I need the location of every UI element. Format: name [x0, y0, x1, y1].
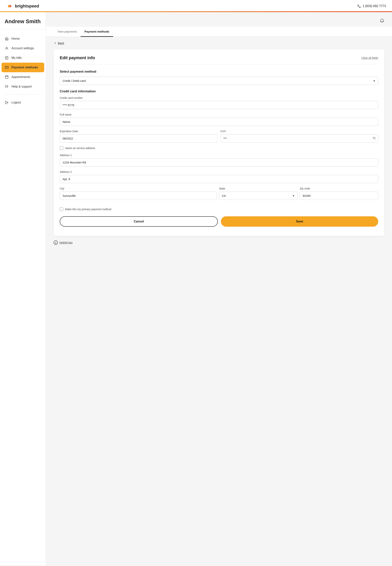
- svg-rect-6: [5, 66, 8, 69]
- sidebar-support-label: Help & support: [12, 85, 32, 88]
- user-name: Andrew Smith: [0, 18, 46, 29]
- full-name-label: Full name: [60, 113, 378, 116]
- svg-rect-12: [5, 86, 8, 87]
- sidebar-payment-label: Payment methods: [12, 66, 38, 69]
- cancel-button[interactable]: Cancel: [60, 216, 218, 227]
- same-address-label[interactable]: Same as service address: [65, 147, 95, 150]
- sidebar: Andrew Smith Home Account settings My bi…: [0, 12, 46, 565]
- address1-group: Address 1: [60, 154, 378, 166]
- svg-point-1: [6, 47, 7, 48]
- full-name-group: Full name: [60, 113, 378, 126]
- back-button[interactable]: Back: [54, 41, 384, 45]
- phone-icon: [357, 4, 361, 8]
- phone-number: 1 (833) 692 7773: [357, 4, 386, 8]
- sidebar-item-bills[interactable]: My bills: [0, 53, 46, 63]
- sidebar-appointments-label: Appointments: [12, 75, 30, 79]
- card-icon: [5, 65, 9, 70]
- save-button[interactable]: Save: [221, 216, 378, 227]
- state-label: State: [219, 187, 297, 190]
- tab-payment-methods[interactable]: Payment methods: [81, 27, 113, 37]
- edit-payment-card: Edit payment info Clear all fields Selec…: [54, 49, 384, 236]
- logout-item[interactable]: Logout: [0, 98, 46, 107]
- logo: brightspeed: [6, 3, 39, 10]
- primary-method-row: Make this my primary payment method: [60, 208, 378, 211]
- header: brightspeed 1 (833) 692 7773: [0, 0, 392, 12]
- nav: Home Account settings My bills Payment m…: [0, 34, 46, 91]
- tips-plus-icon: +: [54, 240, 58, 245]
- svg-rect-8: [5, 76, 8, 78]
- payment-method-group: Select payment method Credit / Debit car…: [60, 70, 378, 85]
- brightspeed-logo-icon: [6, 3, 13, 10]
- helpful-tips-label: Helpful tips: [59, 241, 72, 244]
- helpful-tips-button[interactable]: + Helpful tips: [54, 240, 384, 245]
- expiry-label: Expiration Date: [60, 130, 217, 133]
- city-state-zip-row: City State CA NY TX FL WA ▼: [60, 187, 378, 204]
- primary-method-label[interactable]: Make this my primary payment method: [65, 208, 111, 211]
- card-title: Edit payment info: [60, 55, 95, 60]
- cvv-input[interactable]: [221, 134, 378, 143]
- tabs: View payments Payment methods: [46, 27, 392, 37]
- sidebar-item-account[interactable]: Account settings: [0, 44, 46, 53]
- address2-input[interactable]: [60, 175, 378, 183]
- credit-card-section-title: Credit card information: [60, 89, 378, 93]
- calendar-icon: [5, 75, 9, 79]
- card-number-group: Credit card number: [60, 96, 378, 109]
- sidebar-divider: [5, 94, 41, 95]
- zip-label: Zip code: [300, 187, 378, 190]
- cvv-wrapper: [221, 134, 378, 143]
- support-icon: [5, 85, 9, 89]
- back-label: Back: [58, 41, 64, 45]
- sidebar-item-home[interactable]: Home: [0, 34, 46, 44]
- sidebar-item-appointments[interactable]: Appointments: [0, 72, 46, 82]
- city-label: City: [60, 187, 217, 190]
- select-method-label: Select payment method: [60, 70, 378, 74]
- address1-input[interactable]: [60, 158, 378, 166]
- expiry-cvv-row: Expiration Date CVV: [60, 130, 378, 146]
- logout-icon: [5, 100, 9, 104]
- primary-method-checkbox[interactable]: [60, 208, 63, 211]
- city-input[interactable]: [60, 192, 217, 200]
- card-number-label: Credit card number: [60, 96, 378, 99]
- address1-label: Address 1: [60, 154, 378, 157]
- notification-bell[interactable]: [380, 18, 384, 24]
- logout-label: Logout: [12, 101, 21, 104]
- layout: Andrew Smith Home Account settings My bi…: [0, 12, 392, 565]
- sidebar-home-label: Home: [12, 37, 20, 40]
- expiry-group: Expiration Date: [60, 130, 217, 143]
- zip-input[interactable]: [300, 192, 378, 200]
- address2-label: Address 2: [60, 170, 378, 173]
- state-group: State CA NY TX FL WA ▼: [219, 187, 297, 200]
- sidebar-item-payment[interactable]: Payment methods: [1, 63, 44, 72]
- cvv-label: CVV: [221, 130, 378, 133]
- state-select-wrapper: CA NY TX FL WA ▼: [219, 192, 297, 200]
- notification-row: [54, 18, 384, 24]
- tab-view-payments[interactable]: View payments: [54, 27, 81, 37]
- cvv-group: CVV: [221, 130, 378, 143]
- sidebar-item-support[interactable]: Help & support: [0, 82, 46, 91]
- person-icon: [5, 46, 9, 50]
- state-select[interactable]: CA NY TX FL WA: [219, 192, 297, 200]
- main-content: View payments Payment methods Back Edit …: [46, 12, 392, 565]
- bill-icon: [5, 56, 9, 60]
- clear-all-button[interactable]: Clear all fields: [361, 56, 378, 60]
- payment-method-select[interactable]: Credit / Debit card Bank account: [60, 77, 378, 85]
- phone-text: 1 (833) 692 7773: [363, 4, 386, 8]
- full-name-input[interactable]: [60, 118, 378, 126]
- expiry-input[interactable]: [60, 134, 217, 143]
- card-header: Edit payment info Clear all fields: [60, 55, 378, 64]
- sidebar-bills-label: My bills: [12, 56, 22, 60]
- same-address-checkbox[interactable]: [60, 146, 63, 150]
- zip-group: Zip code: [300, 187, 378, 200]
- sidebar-account-label: Account settings: [12, 46, 34, 50]
- same-address-row: Same as service address: [60, 146, 378, 150]
- home-icon: [5, 37, 9, 41]
- eye-icon[interactable]: [373, 136, 376, 141]
- logo-text: brightspeed: [15, 4, 39, 9]
- back-chevron-icon: [54, 42, 57, 45]
- card-number-input[interactable]: [60, 101, 378, 109]
- city-group: City: [60, 187, 217, 200]
- action-buttons-row: Cancel Save: [60, 216, 378, 227]
- payment-method-select-wrapper: Credit / Debit card Bank account ▼: [60, 77, 378, 85]
- address2-group: Address 2: [60, 170, 378, 183]
